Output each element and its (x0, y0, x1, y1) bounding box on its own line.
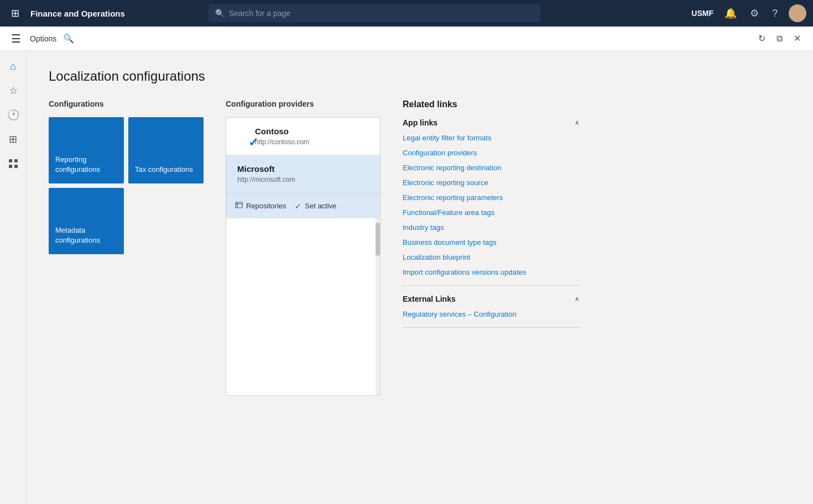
set-active-icon: ✓ (295, 202, 301, 211)
providers-section: Configuration providers ✓ Contoso http:/… (226, 99, 381, 396)
notifications-button[interactable]: 🔔 (722, 5, 739, 22)
link-electronic-reporting-destination[interactable]: Electronic reporting destination (403, 164, 580, 172)
link-functional-feature-tags[interactable]: Functional/Feature area tags (403, 208, 580, 217)
reporting-tile[interactable]: Reporting configurations (49, 117, 124, 183)
svg-rect-5 (14, 165, 18, 168)
search-input[interactable] (229, 9, 534, 18)
options-label: Options (30, 34, 56, 43)
external-links-title: External Links (403, 295, 456, 303)
divider (403, 285, 580, 286)
set-active-button[interactable]: ✓ Set active (295, 200, 336, 213)
app-links-collapse-icon: ∧ (575, 119, 580, 127)
link-business-document-type-tags[interactable]: Business document type tags (403, 238, 580, 246)
sidebar-item-favorites[interactable]: ☆ (2, 80, 24, 102)
grid-icon[interactable]: ⊞ (7, 5, 24, 22)
providers-heading: Configuration providers (226, 99, 381, 108)
external-links-header[interactable]: External Links ∧ (403, 295, 580, 303)
close-button[interactable]: ✕ (790, 31, 804, 46)
scrollbar-track[interactable] (376, 218, 380, 395)
svg-point-1 (792, 15, 803, 22)
configurations-section: Configurations Reporting configurations … (49, 99, 204, 254)
app-links-title: App links (403, 118, 437, 127)
external-links-collapse-icon: ∧ (575, 295, 580, 303)
sections-row: Configurations Reporting configurations … (49, 99, 791, 396)
link-regulatory-services[interactable]: Regulatory services – Configuration (403, 310, 580, 318)
providers-list: ✓ Contoso http://contoso.com Microsoft h… (226, 117, 381, 396)
main-layout: ⌂ ☆ 🕐 ⊞ Localization configurations Conf… (0, 51, 813, 504)
left-sidebar: ⌂ ☆ 🕐 ⊞ (0, 51, 27, 504)
link-import-configurations[interactable]: Import configurations versions updates (403, 268, 580, 276)
sidebar-item-home[interactable]: ⌂ (2, 55, 24, 77)
svg-rect-6 (236, 202, 242, 208)
refresh-button[interactable]: ↻ (755, 31, 769, 46)
link-electronic-reporting-parameters[interactable]: Electronic reporting parameters (403, 193, 580, 202)
tax-tile[interactable]: Tax configurations (128, 117, 204, 183)
provider-microsoft-name: Microsoft (237, 164, 369, 174)
link-localization-blueprint[interactable]: Localization blueprint (403, 253, 580, 261)
search-icon: 🔍 (215, 9, 225, 18)
svg-rect-3 (14, 159, 18, 162)
provider-microsoft-url: http://microsoft.com (237, 176, 369, 183)
provider-contoso-name: Contoso (255, 127, 369, 136)
app-links-group: App links ∧ Legal entity filter for form… (403, 118, 580, 276)
link-legal-entity-filter[interactable]: Legal entity filter for formats (403, 134, 580, 142)
provider-microsoft[interactable]: Microsoft http://microsoft.com (226, 155, 380, 193)
sidebar-item-workspaces[interactable]: ⊞ (2, 128, 24, 150)
active-check-icon: ✓ (248, 135, 258, 150)
scrollbar-thumb (376, 223, 380, 256)
app-links-header[interactable]: App links ∧ (403, 118, 580, 127)
provider-contoso[interactable]: ✓ Contoso http://contoso.com (226, 118, 380, 155)
company-label: USMF (691, 9, 713, 18)
second-nav-actions: ↻ ⧉ ✕ (755, 31, 804, 46)
svg-point-0 (794, 8, 801, 14)
repositories-label: Repositories (246, 202, 286, 210)
svg-rect-2 (9, 159, 12, 162)
hamburger-button[interactable]: ☰ (9, 30, 23, 48)
options-search-button[interactable]: 🔍 (63, 33, 74, 44)
link-industry-tags[interactable]: Industry tags (403, 223, 580, 232)
avatar[interactable] (789, 4, 806, 22)
provider-contoso-url: http://contoso.com (255, 138, 369, 146)
open-new-button[interactable]: ⧉ (773, 32, 786, 46)
top-nav-right: USMF 🔔 ⚙ ? (691, 4, 806, 22)
provider-actions: Repositories ✓ Set active (226, 193, 380, 218)
content-area: Localization configurations Configuratio… (27, 51, 813, 504)
metadata-tile[interactable]: Metadata configurations (49, 188, 124, 254)
divider-bottom (403, 327, 580, 328)
svg-rect-4 (9, 165, 12, 168)
repositories-button[interactable]: Repositories (235, 199, 286, 213)
help-button[interactable]: ? (770, 6, 780, 22)
search-bar: 🔍 (209, 4, 540, 22)
related-links-section: Related links App links ∧ Legal entity f… (403, 99, 580, 337)
second-navigation: ☰ Options 🔍 ↻ ⧉ ✕ (0, 27, 813, 51)
external-links-group: External Links ∧ Regulatory services – C… (403, 295, 580, 318)
link-configuration-providers[interactable]: Configuration providers (403, 149, 580, 157)
sidebar-item-recent[interactable]: 🕐 (2, 104, 24, 126)
configurations-heading: Configurations (49, 99, 204, 108)
repositories-icon (235, 201, 243, 211)
page-title: Localization configurations (49, 69, 791, 84)
app-title: Finance and Operations (30, 9, 125, 18)
set-active-label: Set active (305, 202, 336, 210)
settings-button[interactable]: ⚙ (748, 5, 761, 22)
sidebar-item-modules[interactable] (2, 153, 24, 175)
related-links-heading: Related links (403, 99, 580, 109)
tiles-grid: Reporting configurations Tax configurati… (49, 117, 204, 254)
top-navigation: ⊞ Finance and Operations 🔍 USMF 🔔 ⚙ ? (0, 0, 813, 27)
link-electronic-reporting-source[interactable]: Electronic reporting source (403, 179, 580, 187)
